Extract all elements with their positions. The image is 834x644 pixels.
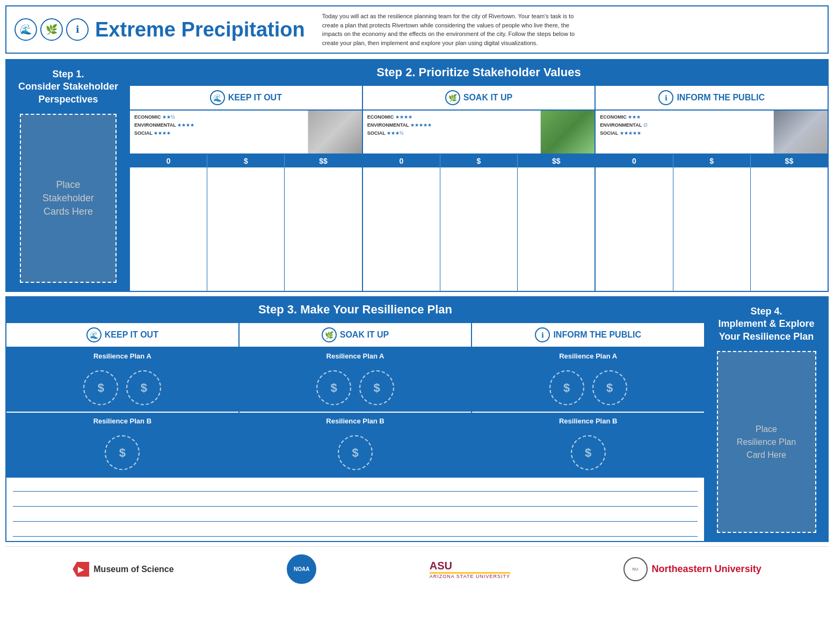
step2-col-soak-it-up: 🌿 SOAK IT UP ECONOMIC ★★★★ ENVIRONMENTAL [363, 86, 596, 291]
mos-logo: ▶ Museum of Science [72, 562, 173, 577]
keep-it-out-cost-col-2 [285, 167, 361, 291]
keep-it-out-ratings: ECONOMIC ★★½ ENVIRONMENTAL ★★★★ SOCIAL ★… [130, 111, 308, 153]
coin-soak-2: $ [359, 370, 394, 405]
step3-col-keep-it-out: 🌊 KEEP IT OUT Resilience Plan A $ $ Resi… [6, 322, 240, 477]
environmental-rating: ENVIRONMENTAL ∅ [600, 122, 769, 128]
cost-double-dollar: $$ [518, 155, 594, 167]
nu-logo: NU Northeastern University [623, 557, 762, 581]
coin-soak-b-1: $ [338, 435, 373, 470]
coin-inform-1: $ [549, 370, 584, 405]
cost-dollar: $ [673, 155, 751, 167]
soak-it-up-cost-header: 0 $ $$ [363, 155, 595, 167]
top-row: Step 1.Consider StakeholderPerspectives … [5, 59, 829, 292]
social-rating: SOCIAL ★★★★★ [600, 130, 769, 136]
inform-the-public-title: INFORM THE PUBLIC [677, 93, 765, 103]
economic-rating: ECONOMIC ★★★ [600, 114, 769, 120]
inform-the-public-cost-header: 0 $ $$ [596, 155, 828, 167]
step1-title: Step 1.Consider StakeholderPerspectives [18, 68, 118, 106]
keep-it-out-title: KEEP IT OUT [228, 93, 282, 103]
asu-sub-label: ARIZONA STATE UNIVERSITY [430, 574, 510, 579]
keep-it-out-s3-title: KEEP IT OUT [105, 330, 158, 340]
notes-area [6, 477, 704, 541]
header: 🌊 🌿 ℹ Extreme Precipitation Today you wi… [5, 5, 829, 54]
keep-it-out-header: 🌊 KEEP IT OUT [130, 86, 362, 111]
social-rating: SOCIAL ★★★½ [367, 130, 536, 136]
soak-it-up-s3-icon: 🌿 [322, 327, 337, 342]
header-description: Today you will act as the resilience pla… [322, 12, 580, 47]
coin-2: $ [126, 370, 161, 405]
keep-it-out-s3-icon: 🌊 [86, 327, 101, 342]
step2-title: Step 2. Prioritize Stakeholder Values [130, 60, 828, 85]
step3-col-inform-the-public: ℹ INFORM THE PUBLIC Resilience Plan A $ … [472, 322, 704, 477]
mos-icon: ▶ [72, 562, 89, 577]
asu-logo-block: ASU ARIZONA STATE UNIVERSITY [430, 560, 510, 579]
bottom-row: Step 3. Make Your Resillience Plan 🌊 KEE… [5, 296, 829, 542]
environmental-rating: ENVIRONMENTAL ★★★★ [134, 122, 303, 128]
plan-b-label: Resilience Plan B [6, 412, 238, 429]
step3-inform-header: ℹ INFORM THE PUBLIC [472, 322, 704, 348]
cost-double-dollar: $$ [751, 155, 828, 167]
water-icon: 🌊 [14, 18, 37, 41]
inform-s3-icon: ℹ [535, 327, 550, 342]
note-line-1 [13, 482, 698, 492]
header-icons: 🌊 🌿 ℹ [14, 18, 89, 41]
step3-title: Step 3. Make Your Resillience Plan [6, 297, 704, 322]
plan-a-label-soak: Resilience Plan A [240, 348, 472, 364]
soak-it-up-cost-col-2 [518, 167, 594, 291]
step2-columns: 🌊 KEEP IT OUT ECONOMIC ★★½ ENVIRONMENTAL [130, 85, 828, 291]
step3-panel: Step 3. Make Your Resillience Plan 🌊 KEE… [6, 297, 704, 541]
info-icon: ℹ [66, 18, 89, 41]
plan-a-coins-inform: $ $ [472, 364, 704, 412]
step2-col-keep-it-out: 🌊 KEEP IT OUT ECONOMIC ★★½ ENVIRONMENTAL [130, 86, 363, 291]
economic-rating: ECONOMIC ★★½ [134, 114, 303, 120]
keep-it-out-cost-col-0 [130, 167, 207, 291]
plan-a-coins: $ $ [6, 364, 238, 412]
step4-panel: Step 4.Implement & ExploreYour Resilienc… [704, 297, 828, 541]
note-line-3 [13, 512, 698, 522]
cost-0: 0 [130, 155, 207, 167]
inform-s3-title: INFORM THE PUBLIC [553, 330, 641, 340]
inform-the-public-ratings: ECONOMIC ★★★ ENVIRONMENTAL ∅ SOCIAL ★★★★… [596, 111, 774, 153]
resilience-plan-card-placeholder: PlaceResilience PlanCard Here [717, 351, 816, 533]
soak-it-up-icon: 🌿 [445, 90, 460, 105]
mos-label: Museum of Science [93, 565, 173, 574]
soak-it-up-ratings: ECONOMIC ★★★★ ENVIRONMENTAL ★★★★★ SOCIAL… [363, 111, 541, 153]
plan-a-coins-soak: $ $ [240, 364, 472, 412]
inform-the-public-header: ℹ INFORM THE PUBLIC [596, 86, 828, 111]
note-line-2 [13, 497, 698, 507]
soak-it-up-title: SOAK IT UP [463, 93, 513, 103]
soak-it-up-cost-body [363, 167, 595, 291]
plant-icon: 🌿 [40, 18, 63, 41]
cost-double-dollar: $$ [285, 155, 361, 167]
coin-soak-1: $ [316, 370, 351, 405]
soak-it-up-s3-title: SOAK IT UP [340, 330, 389, 340]
soak-it-up-cost-col-0 [363, 167, 440, 291]
keep-it-out-cost-header: 0 $ $$ [130, 155, 362, 167]
soak-it-up-cost-col-1 [440, 167, 518, 291]
plan-a-label-inform: Resilience Plan A [472, 348, 704, 364]
inform-the-public-cost-col-1 [673, 167, 751, 291]
footer: ▶ Museum of Science NOAA ASU ARIZONA STA… [5, 546, 829, 591]
coin-inform-2: $ [592, 370, 627, 405]
environmental-rating: ENVIRONMENTAL ★★★★★ [367, 122, 536, 128]
soak-it-up-ratings-images: ECONOMIC ★★★★ ENVIRONMENTAL ★★★★★ SOCIAL… [363, 111, 595, 155]
page-title: Extreme Precipitation [95, 18, 305, 41]
nu-label: Northeastern University [652, 564, 762, 575]
nu-seal: NU [623, 557, 648, 581]
cost-dollar: $ [207, 155, 285, 167]
cost-0: 0 [363, 155, 440, 167]
plan-b-coins-inform: $ [472, 429, 704, 477]
keep-it-out-icon: 🌊 [210, 90, 225, 105]
keep-it-out-cost-body [130, 167, 362, 291]
inform-the-public-ratings-images: ECONOMIC ★★★ ENVIRONMENTAL ∅ SOCIAL ★★★★… [596, 111, 828, 155]
inform-the-public-cost-body [596, 167, 828, 291]
step4-title: Step 4.Implement & ExploreYour Resilienc… [718, 305, 814, 343]
cost-dollar: $ [440, 155, 518, 167]
noaa-logo: NOAA [287, 554, 316, 584]
asu-label: ASU [430, 560, 510, 574]
plan-a-label: Resilience Plan A [6, 348, 238, 364]
step3-keep-it-out-header: 🌊 KEEP IT OUT [6, 322, 238, 348]
step1-panel: Step 1.Consider StakeholderPerspectives … [6, 60, 130, 291]
coin-inform-b-1: $ [571, 435, 606, 470]
plan-b-label-soak: Resilience Plan B [240, 412, 472, 429]
